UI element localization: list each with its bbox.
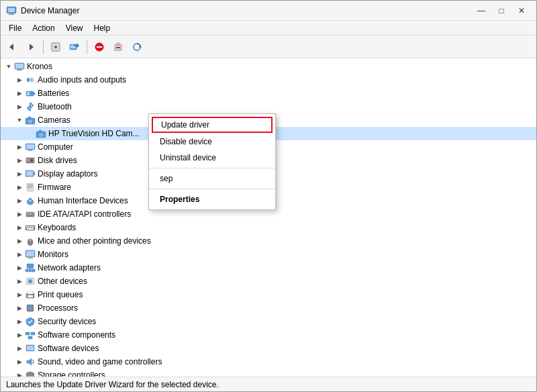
toolbar-update-driver-button[interactable] (66, 38, 83, 56)
computer-icon2 (25, 142, 36, 152)
menu-view[interactable]: View (60, 22, 89, 34)
toolbar-disable-button[interactable] (91, 38, 108, 56)
hid-label: Human Interface Devices (38, 196, 128, 205)
firmware-label: Firmware (38, 183, 71, 192)
tree-item-batteries[interactable]: ▶ Batteries (1, 87, 536, 100)
toolbar-scan-button[interactable] (128, 38, 146, 56)
device-tree[interactable]: ▼ Kronos ▶ (1, 58, 536, 377)
toolbar-sep1 (43, 40, 44, 54)
hp-cam-expand-icon (25, 128, 36, 139)
tree-root[interactable]: ▼ Kronos (1, 60, 536, 73)
ctx-properties[interactable]: Properties (149, 191, 275, 207)
root-label: Kronos (27, 62, 52, 71)
tree-item-processors[interactable]: ▶ Processors (1, 301, 536, 315)
svg-rect-69 (26, 269, 28, 272)
svg-rect-45 (28, 185, 33, 185)
toolbar-forward-button[interactable] (22, 38, 40, 56)
print-expand-icon: ▶ (14, 289, 25, 300)
batteries-expand-icon: ▶ (14, 88, 25, 99)
svg-rect-82 (26, 332, 30, 335)
computer-label: Computer (38, 142, 73, 152)
svg-rect-68 (27, 264, 34, 268)
tree-item-print[interactable]: ▶ Print queues (1, 288, 536, 301)
print-icon (25, 289, 36, 300)
tree-item-sw-devices[interactable]: ▶ Software devices (1, 342, 536, 355)
bluetooth-label: Bluetooth (38, 102, 72, 111)
menu-action[interactable]: Action (27, 22, 60, 34)
audio-expand-icon: ▶ (14, 75, 25, 85)
toolbar-uninstall-button[interactable] (109, 38, 127, 56)
toolbar-back-button[interactable] (3, 38, 21, 56)
sw-components-expand-icon: ▶ (14, 330, 25, 340)
hp-cam-icon (36, 128, 46, 139)
batteries-icon (25, 88, 36, 99)
tree-item-mice[interactable]: ▶ Mice and other pointing devices (1, 234, 536, 248)
cameras-icon (25, 115, 36, 126)
storage-icon (25, 370, 36, 377)
close-button[interactable]: ✕ (512, 4, 531, 17)
root-expand-icon: ▼ (3, 61, 14, 72)
menu-help[interactable]: Help (89, 22, 116, 34)
toolbar-sep2 (87, 40, 87, 54)
tree-item-sw-components[interactable]: ▶ Software components (1, 328, 536, 342)
content-area: ▼ Kronos ▶ (1, 58, 536, 377)
display-icon (25, 168, 36, 179)
monitors-icon (25, 249, 36, 260)
disk-expand-icon: ▶ (14, 155, 25, 166)
network-expand-icon: ▶ (14, 262, 25, 273)
mice-expand-icon: ▶ (14, 236, 25, 246)
svg-point-32 (40, 134, 42, 136)
monitors-label: Monitors (38, 250, 68, 259)
svg-line-72 (27, 268, 30, 269)
svg-rect-70 (29, 269, 32, 272)
minimize-button[interactable]: — (472, 4, 491, 17)
svg-rect-3 (9, 14, 14, 15)
svg-rect-25 (27, 92, 30, 95)
firmware-expand-icon: ▶ (14, 182, 25, 193)
svg-rect-19 (15, 64, 23, 68)
sw-components-label: Software components (38, 330, 115, 340)
tree-item-other[interactable]: ▶ Other devices (1, 275, 536, 288)
title-bar-controls: — □ ✕ (472, 4, 531, 17)
status-text: Launches the Update Driver Wizard for th… (6, 380, 219, 389)
app-icon (6, 5, 17, 16)
network-label: Network adapters (38, 263, 101, 273)
tree-item-monitors[interactable]: ▶ Monitors (1, 248, 536, 261)
svg-rect-33 (39, 130, 42, 132)
sw-devices-icon (25, 343, 36, 354)
tree-item-bluetooth[interactable]: ▶ Bluetooth (1, 100, 536, 113)
audio-label: Audio inputs and outputs (38, 75, 126, 85)
bluetooth-icon (25, 101, 36, 112)
monitors-expand-icon: ▶ (14, 249, 25, 260)
ctx-scan-hardware[interactable]: sep (149, 170, 275, 187)
svg-rect-43 (34, 172, 35, 175)
ctx-update-driver[interactable]: Update driver (152, 117, 273, 133)
tree-item-storage[interactable]: ▶ Storage controllers (1, 369, 536, 377)
maximize-button[interactable]: □ (492, 4, 511, 17)
svg-rect-65 (26, 251, 34, 256)
menu-file[interactable]: File (3, 22, 27, 34)
keyboards-expand-icon: ▶ (14, 222, 25, 233)
toolbar-properties-button[interactable] (47, 38, 64, 56)
tree-item-keyboards[interactable]: ▶ Keyboards (1, 221, 536, 234)
svg-rect-21 (17, 70, 22, 70)
ctx-sep2 (149, 189, 275, 189)
ctx-disable-device[interactable]: Disable device (149, 134, 275, 150)
storage-expand-icon: ▶ (14, 370, 25, 377)
svg-rect-60 (27, 228, 34, 230)
svg-rect-40 (27, 160, 30, 161)
svg-rect-84 (28, 336, 32, 339)
display-expand-icon: ▶ (14, 168, 25, 179)
ctx-uninstall-device[interactable]: Uninstall device (149, 150, 275, 166)
tree-item-sound[interactable]: ▶ Sound, video and game controllers (1, 355, 536, 369)
svg-rect-15 (116, 43, 120, 45)
computer-icon (14, 61, 25, 72)
tree-item-audio[interactable]: ▶ Audio inputs and outputs (1, 73, 536, 87)
disk-label: Disk drives (38, 156, 77, 165)
processors-icon (25, 303, 36, 313)
tree-item-security[interactable]: ▶ Security devices (1, 315, 536, 328)
svg-rect-59 (32, 226, 34, 228)
tree-item-network[interactable]: ▶ Network adapters (1, 261, 536, 275)
ctx-sep1 (149, 168, 275, 168)
svg-rect-42 (26, 171, 33, 176)
